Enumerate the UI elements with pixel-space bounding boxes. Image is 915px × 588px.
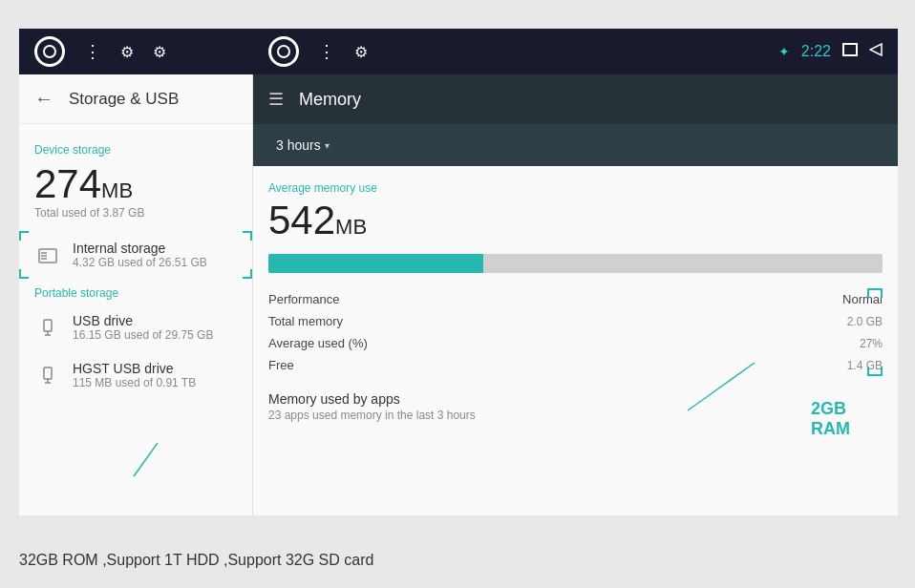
bracket-tl bbox=[19, 231, 29, 241]
usb-drive-detail: 16.15 GB used of 29.75 GB bbox=[73, 328, 237, 342]
usb-icon-left2: ⚙ bbox=[153, 43, 166, 61]
bracket-bl bbox=[19, 269, 29, 279]
memory-unit: MB bbox=[335, 215, 367, 239]
bluetooth-icon: ✦ bbox=[778, 44, 790, 59]
clock-time: 2:22 bbox=[801, 43, 831, 60]
back-button[interactable]: ← bbox=[34, 88, 53, 110]
avg-used-row: Average used (%) 27% bbox=[268, 332, 883, 354]
usb-drive-item[interactable]: USB drive 16.15 GB used of 29.75 GB bbox=[19, 304, 252, 351]
right-icons: ✦ 2:22 bbox=[778, 43, 883, 60]
right-content: Average memory use 542MB Performance bbox=[253, 166, 898, 515]
time-filter-bar: 3 hours ▾ bbox=[253, 124, 898, 166]
performance-value: Normal bbox=[706, 288, 883, 310]
left-arrow-svg bbox=[129, 443, 186, 481]
memory-bar-fill bbox=[268, 254, 483, 273]
total-memory-label: Total memory bbox=[268, 310, 706, 332]
time-filter-button[interactable]: 3 hours ▾ bbox=[268, 134, 337, 157]
storage-value-display: 274MB bbox=[19, 160, 252, 206]
bracket-br bbox=[243, 269, 252, 279]
avg-memory-label: Average memory use bbox=[268, 181, 883, 195]
performance-label: Performance bbox=[268, 288, 706, 310]
total-memory-row: Total memory 2.0 GB bbox=[268, 310, 883, 332]
svg-line-14 bbox=[688, 363, 755, 410]
bottom-annotation: 32GB ROM ,Support 1T HDD ,Support 32G SD… bbox=[19, 552, 373, 569]
right-header: ☰ Memory bbox=[253, 74, 898, 124]
svg-point-0 bbox=[44, 46, 55, 57]
avg-used-label: Average used (%) bbox=[268, 332, 706, 354]
rb-tr bbox=[873, 288, 883, 298]
left-panel-title: Storage & USB bbox=[69, 90, 179, 109]
hgst-info: HGST USB drive 115 MB used of 0.91 TB bbox=[73, 361, 237, 389]
usb-drive-name: USB drive bbox=[73, 313, 237, 328]
performance-row: Performance Normal bbox=[268, 288, 883, 310]
apps-section[interactable]: Memory used by apps 23 apps used memory … bbox=[268, 391, 883, 422]
dropdown-arrow-icon: ▾ bbox=[325, 140, 330, 151]
home-circle-icon[interactable] bbox=[34, 36, 65, 67]
internal-storage-item[interactable]: Internal storage 4.32 GB used of 26.51 G… bbox=[19, 231, 252, 279]
square-nav-icon[interactable] bbox=[842, 43, 858, 60]
status-bar-right: ⋮ ⚙ ✦ 2:22 bbox=[253, 29, 898, 74]
apps-section-title: Memory used by apps bbox=[268, 391, 883, 407]
free-label: Free bbox=[268, 354, 706, 376]
svg-rect-11 bbox=[44, 368, 52, 379]
free-row: Free 1.4 GB bbox=[268, 354, 883, 376]
annotation-line-svg bbox=[678, 353, 774, 420]
stats-table: Performance Normal Total memory 2.0 GB A… bbox=[268, 288, 883, 376]
internal-storage-icon bbox=[34, 242, 61, 268]
hgst-item[interactable]: HGST USB drive 115 MB used of 0.91 TB bbox=[19, 351, 252, 399]
stats-wrapper: Performance Normal Total memory 2.0 GB A… bbox=[268, 288, 883, 376]
hgst-detail: 115 MB used of 0.91 TB bbox=[73, 376, 237, 389]
home-circle-icon-right[interactable] bbox=[268, 36, 299, 67]
rb-br bbox=[873, 367, 883, 376]
svg-marker-3 bbox=[870, 44, 882, 55]
left-header: ← Storage & USB bbox=[19, 74, 252, 124]
usb-icon-right: ⚙ bbox=[354, 43, 368, 61]
internal-storage-info: Internal storage 4.32 GB used of 26.51 G… bbox=[73, 241, 237, 269]
storage-unit: MB bbox=[101, 178, 133, 202]
back-nav-icon[interactable] bbox=[869, 43, 883, 60]
portable-storage-label: Portable storage bbox=[19, 279, 252, 304]
hgst-icon bbox=[34, 362, 61, 388]
usb-icon-left: ⚙ bbox=[120, 43, 134, 61]
total-memory-value: 2.0 GB bbox=[706, 310, 883, 332]
storage-sub-text: Total used of 3.87 GB bbox=[19, 206, 252, 231]
right-panel: ☰ Memory 3 hours ▾ Average memory use 54… bbox=[253, 74, 898, 515]
svg-rect-8 bbox=[44, 320, 52, 331]
bottom-annotation-text: 32GB ROM ,Support 1T HDD ,Support 32G SD… bbox=[19, 552, 373, 568]
status-bar: ⋮ ⚙ ⚙ ⋮ ⚙ ✦ 2:22 bbox=[19, 29, 898, 74]
svg-rect-2 bbox=[843, 44, 857, 55]
time-filter-value: 3 hours bbox=[276, 137, 321, 153]
internal-storage-name: Internal storage bbox=[73, 241, 237, 256]
memory-bar-container bbox=[268, 254, 883, 273]
hgst-name: HGST USB drive bbox=[73, 361, 237, 376]
usb-drive-info: USB drive 16.15 GB used of 29.75 GB bbox=[73, 313, 237, 342]
dots-menu-icon-right[interactable]: ⋮ bbox=[318, 41, 335, 62]
left-annotation-arrow bbox=[129, 443, 186, 485]
page-wrapper: ⋮ ⚙ ⚙ ⋮ ⚙ ✦ 2:22 bbox=[0, 0, 915, 588]
status-bar-left: ⋮ ⚙ ⚙ bbox=[19, 29, 253, 74]
ram-annotation-label: 2GB RAM bbox=[811, 399, 850, 439]
hamburger-menu-icon[interactable]: ☰ bbox=[268, 89, 284, 110]
svg-point-1 bbox=[278, 46, 289, 57]
bracket-tr bbox=[243, 231, 252, 241]
dots-menu-icon[interactable]: ⋮ bbox=[84, 41, 101, 62]
memory-value-display: 542MB bbox=[268, 199, 883, 242]
avg-used-value: 27% bbox=[706, 332, 883, 354]
right-bracket-indicators bbox=[867, 288, 883, 376]
device-storage-label: Device storage bbox=[19, 136, 252, 160]
memory-number: 542 bbox=[268, 198, 335, 242]
svg-line-15 bbox=[134, 443, 158, 476]
apps-section-subtitle: 23 apps used memory in the last 3 hours bbox=[268, 409, 883, 422]
storage-number: 274 bbox=[34, 161, 101, 206]
usb-drive-icon bbox=[34, 314, 61, 341]
right-panel-title: Memory bbox=[299, 90, 361, 110]
internal-storage-detail: 4.32 GB used of 26.51 GB bbox=[73, 256, 237, 269]
